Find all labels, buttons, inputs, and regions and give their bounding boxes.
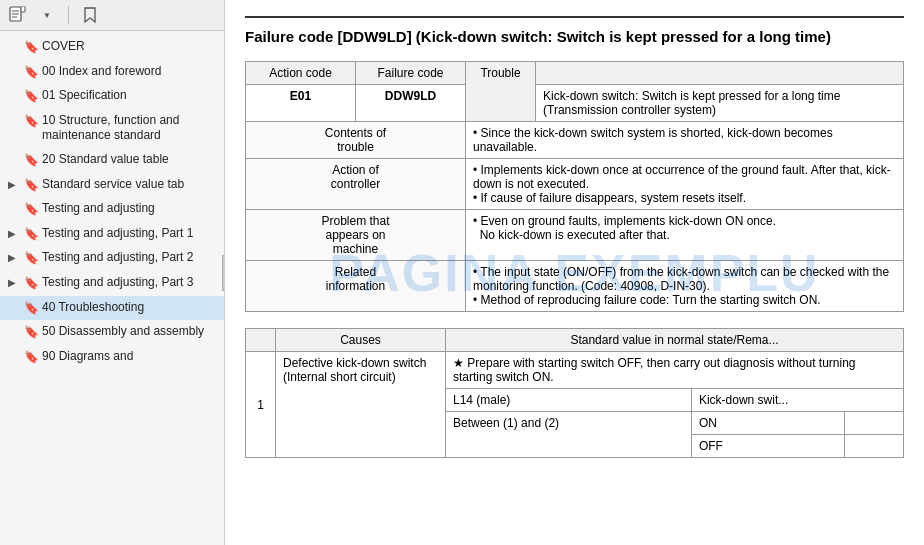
bookmark-icon: 🔖 (24, 276, 38, 292)
table-row: Action ofcontroller • Implements kick-do… (246, 159, 904, 210)
sidebar-item-testing-p1[interactable]: ▶ 🔖 Testing and adjusting, Part 1 (0, 222, 224, 247)
page-icon[interactable] (6, 4, 28, 26)
sidebar-item-50-disassembly[interactable]: 🔖 50 Disassembly and assembly (0, 320, 224, 345)
sidebar-item-label: 50 Disassembly and assembly (42, 324, 216, 340)
top-divider (245, 16, 904, 18)
sidebar-item-label: Testing and adjusting, Part 1 (42, 226, 216, 242)
sidebar-item-label: 01 Specification (42, 88, 216, 104)
bookmark-nav-icon[interactable] (79, 4, 101, 26)
bookmark-icon: 🔖 (24, 202, 38, 218)
bookmark-icon: 🔖 (24, 227, 38, 243)
sidebar-item-label: COVER (42, 39, 216, 55)
svg-rect-4 (21, 6, 25, 12)
sidebar-item-01-spec[interactable]: 🔖 01 Specification (0, 84, 224, 109)
cause-description: Defective kick-down switch(Internal shor… (276, 352, 446, 458)
cause-note: ★ Prepare with starting switch OFF, then… (446, 352, 904, 389)
row-header-contents: Contents oftrouble (246, 122, 466, 159)
table-row: Relatedinformation • The input state (ON… (246, 261, 904, 312)
connector-value-header: Kick-down swit... (691, 389, 903, 412)
row-content-problem: • Even on ground faults, implements kick… (466, 210, 904, 261)
bookmark-icon: 🔖 (24, 153, 38, 169)
sidebar-item-cover[interactable]: 🔖 COVER (0, 35, 224, 60)
cause-num: 1 (246, 352, 276, 458)
main-content: PAGINA EXEMPLU Failure code [DDW9LD] (Ki… (225, 0, 924, 545)
bookmark-icon: 🔖 (24, 178, 38, 194)
dropdown-arrow-icon[interactable]: ▼ (36, 4, 58, 26)
sidebar-item-40-trouble[interactable]: 🔖 40 Troubleshooting (0, 296, 224, 321)
causes-table: Causes Standard value in normal state/Re… (245, 328, 904, 458)
row-content-contents: • Since the kick-down switch system is s… (466, 122, 904, 159)
row-header-action: Action ofcontroller (246, 159, 466, 210)
sidebar-item-00-index[interactable]: 🔖 00 Index and foreword (0, 60, 224, 85)
sidebar-item-testing-p3[interactable]: ▶ 🔖 Testing and adjusting, Part 3 (0, 271, 224, 296)
causes-col-num (246, 329, 276, 352)
failure-code-value: DDW9LD (356, 85, 466, 122)
causes-col-standard: Standard value in normal state/Rema... (446, 329, 904, 352)
causes-col-causes: Causes (276, 329, 446, 352)
expand-arrow-icon: ▶ (8, 251, 22, 264)
state-off-value (845, 435, 904, 458)
bookmark-icon: 🔖 (24, 350, 38, 366)
sidebar-item-testing-adj[interactable]: 🔖 Testing and adjusting (0, 197, 224, 222)
bookmark-icon: 🔖 (24, 325, 38, 341)
expand-arrow-icon: ▶ (8, 178, 22, 191)
expand-arrow-icon: ▶ (8, 227, 22, 240)
sidebar-item-20-standard[interactable]: 🔖 20 Standard value table (0, 148, 224, 173)
sidebar-item-std-service[interactable]: ▶ 🔖 Standard service value tab (0, 173, 224, 198)
bookmark-icon: 🔖 (24, 301, 38, 317)
table-row: 1 Defective kick-down switch(Internal sh… (246, 352, 904, 389)
action-code-value: E01 (246, 85, 356, 122)
sidebar-item-label: Standard service value tab (42, 177, 216, 193)
sidebar-item-90-diagrams[interactable]: 🔖 90 Diagrams and (0, 345, 224, 370)
bookmark-icon: 🔖 (24, 114, 38, 130)
failure-code-table: Action code Failure code Trouble E01 DDW… (245, 61, 904, 312)
sidebar-nav: 🔖 COVER 🔖 00 Index and foreword 🔖 01 Spe… (0, 31, 224, 545)
state-on-value (845, 412, 904, 435)
table-row: Contents oftrouble • Since the kick-down… (246, 122, 904, 159)
bookmark-icon: 🔖 (24, 89, 38, 105)
state-off: OFF (691, 435, 844, 458)
sidebar-item-label: 40 Troubleshooting (42, 300, 216, 316)
sidebar-item-label: 20 Standard value table (42, 152, 216, 168)
connector-label: L14 (male) (446, 389, 692, 412)
bookmark-icon: 🔖 (24, 40, 38, 56)
row-header-related: Relatedinformation (246, 261, 466, 312)
sidebar-item-label: Testing and adjusting, Part 3 (42, 275, 216, 291)
sidebar: ▼ 🔖 COVER 🔖 00 Index and foreword 🔖 01 S… (0, 0, 225, 545)
page-title: Failure code [DDW9LD] (Kick-down switch:… (245, 26, 904, 47)
state-on: ON (691, 412, 844, 435)
bookmark-icon: 🔖 (24, 251, 38, 267)
bookmark-icon: 🔖 (24, 65, 38, 81)
sidebar-item-label: 90 Diagrams and (42, 349, 216, 365)
trouble-description: Kick-down switch: Switch is kept pressed… (536, 85, 904, 122)
sidebar-toolbar: ▼ (0, 0, 224, 31)
sidebar-item-label: Testing and adjusting, Part 2 (42, 250, 216, 266)
expand-arrow-icon: ▶ (8, 276, 22, 289)
col-header-desc (536, 62, 904, 85)
col-header-trouble: Trouble (466, 62, 536, 122)
table-row: Problem thatappears onmachine • Even on … (246, 210, 904, 261)
sidebar-item-label: Testing and adjusting (42, 201, 216, 217)
sidebar-item-10-structure[interactable]: 🔖 10 Structure, function and maintenance… (0, 109, 224, 148)
sidebar-item-testing-p2[interactable]: ▶ 🔖 Testing and adjusting, Part 2 (0, 246, 224, 271)
row-content-related: • The input state (ON/OFF) from the kick… (466, 261, 904, 312)
sidebar-item-label: 10 Structure, function and maintenance s… (42, 113, 216, 144)
sidebar-item-label: 00 Index and foreword (42, 64, 216, 80)
col-header-failure: Failure code (356, 62, 466, 85)
row-content-action: • Implements kick-down once at occurrenc… (466, 159, 904, 210)
row-header-problem: Problem thatappears onmachine (246, 210, 466, 261)
terminal-label: Between (1) and (2) (446, 412, 692, 458)
col-header-action: Action code (246, 62, 356, 85)
